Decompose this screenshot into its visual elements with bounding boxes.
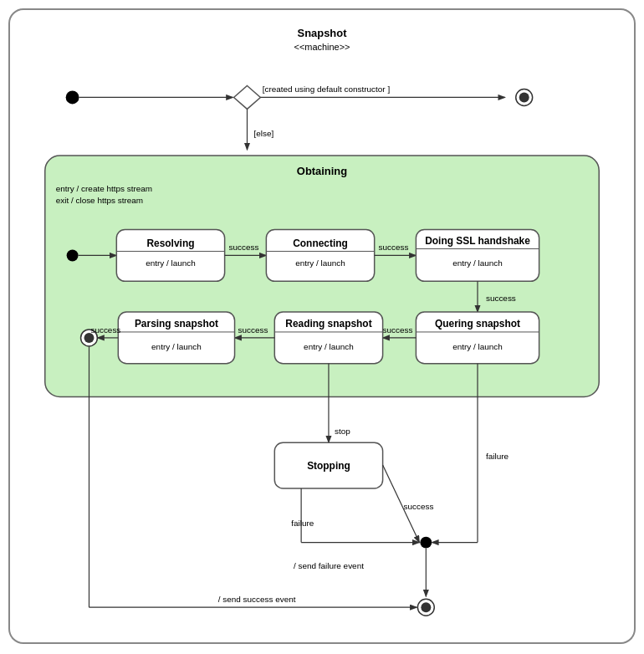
parsing-sub: entry / launch <box>151 342 202 351</box>
initial-state-top <box>66 91 79 105</box>
obtaining-label: Obtaining <box>297 165 347 177</box>
resolving-sub: entry / launch <box>146 258 196 268</box>
label-send-failure: / send failure event <box>294 561 364 570</box>
obtaining-exit: exit / close https stream <box>56 196 143 205</box>
label-quer-read: success <box>383 325 413 335</box>
ssl-sub: entry / launch <box>452 258 503 268</box>
decision-diamond <box>234 86 261 110</box>
ssl-label: Doing SSL handshake <box>425 235 530 247</box>
connecting-sub: entry / launch <box>295 258 345 268</box>
final-state-bottom-inner <box>421 602 431 612</box>
label-send-success: / send success event <box>218 595 296 604</box>
connecting-label: Connecting <box>293 238 348 249</box>
label-read-pars: success <box>238 325 268 335</box>
parsing-label: Parsing snapshot <box>135 318 218 330</box>
label-stop: stop <box>335 427 350 436</box>
label-conn-ssl: success <box>379 243 409 252</box>
label-res-conn: success <box>229 243 259 252</box>
final-state-top-inner <box>519 92 529 102</box>
diagram-container: Snapshot <<machine>> [created using defa… <box>8 8 636 644</box>
label-created: [created using default constructor ] <box>263 84 391 94</box>
quering-label: Quering snapshot <box>435 318 520 330</box>
label-else: [else] <box>253 129 273 138</box>
initial-state-obtaining <box>67 249 79 261</box>
junction-dot <box>420 537 432 549</box>
label-pars-exit: success <box>90 325 120 335</box>
obtaining-entry: entry / create https stream <box>56 184 152 193</box>
label-failure-right: failure <box>486 452 509 461</box>
stopping-label: Stopping <box>307 460 350 472</box>
reading-label: Reading snapshot <box>285 318 371 330</box>
resolving-label: Resolving <box>146 238 194 249</box>
reading-sub: entry / launch <box>304 342 354 351</box>
diagram-title: Snapshot <box>298 27 348 39</box>
quering-sub: entry / launch <box>452 342 503 351</box>
label-ssl-quer: success <box>486 294 516 303</box>
label-stop-failure: failure <box>291 519 314 528</box>
label-stop-success: success <box>403 502 433 511</box>
diagram-stereotype: <<machine>> <box>294 42 350 52</box>
